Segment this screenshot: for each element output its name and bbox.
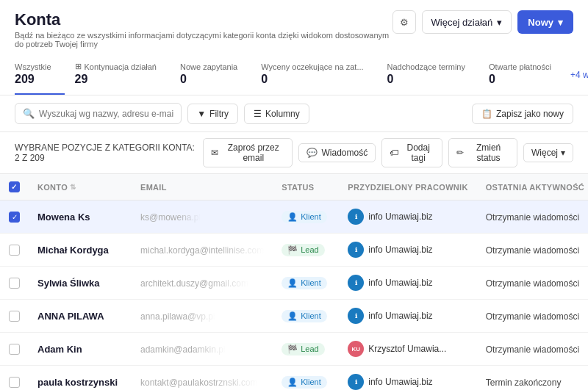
cell-email: ks@mowena.pl bbox=[132, 201, 273, 234]
status-icon: 👤 bbox=[287, 278, 298, 288]
cell-activity: Otrzymanie wiadomości bbox=[477, 201, 588, 234]
cell-assigned: ℹ info Umawiaj.biz bbox=[339, 234, 476, 267]
th-check: ✓ bbox=[0, 174, 29, 201]
cell-assigned: ℹ info Umawiaj.biz bbox=[339, 201, 476, 234]
sort-icon-account: ⇅ bbox=[70, 183, 76, 191]
cell-assigned: KU Krzysztof Umawia... bbox=[339, 333, 476, 366]
cell-name: Sylwia Śliwka bbox=[29, 267, 132, 300]
account-name[interactable]: Mowena Ks bbox=[37, 212, 90, 223]
avatar: ℹ bbox=[348, 374, 364, 390]
stat-payments[interactable]: Otwarte płatności 0 bbox=[489, 55, 564, 95]
page-subtitle: Bądź na bieżąco ze wszystkimi informacja… bbox=[15, 31, 392, 48]
select-all-checkbox[interactable]: ✓ bbox=[9, 181, 20, 192]
stat-upcoming[interactable]: Nadchodzące terminy 0 bbox=[387, 55, 478, 95]
filter-label: Filtry bbox=[209, 109, 229, 119]
avatar: KU bbox=[348, 341, 364, 357]
row-checkbox[interactable] bbox=[9, 311, 20, 322]
add-tags-button[interactable]: 🏷 Dodaj tagi bbox=[381, 138, 442, 167]
cell-assigned: ℹ info Umawiaj.biz bbox=[339, 267, 476, 300]
status-label: Lead bbox=[301, 344, 318, 353]
stat-payments-value: 0 bbox=[489, 73, 551, 86]
chevron-down-icon-sm: ▾ bbox=[561, 148, 565, 158]
tag-icon: 🏷 bbox=[390, 148, 398, 158]
table-row: ANNA PILAWA anna.pilawa@vp.pl 👤 Klient ℹ… bbox=[0, 300, 588, 333]
stat-new-queries-value: 0 bbox=[180, 73, 237, 86]
activity-value: Otrzymanie wiadomości bbox=[486, 212, 579, 223]
cell-activity: Otrzymanie wiadomości bbox=[477, 333, 588, 366]
assigned-cell: ℹ info Umawiaj.biz bbox=[348, 374, 467, 390]
cell-check bbox=[0, 234, 29, 267]
table-header-row: ✓ KONTO ⇅ EMAIL STATUS PRZYDZIELONY PRAC… bbox=[0, 174, 588, 201]
email-icon: ✉ bbox=[211, 148, 218, 158]
stat-quotes-value: 0 bbox=[261, 73, 363, 86]
account-name[interactable]: Adam Kin bbox=[37, 344, 82, 355]
th-account[interactable]: KONTO ⇅ bbox=[29, 174, 132, 201]
assigned-name: Krzysztof Umawia... bbox=[368, 344, 446, 354]
stat-new-queries[interactable]: Nowe zapytania 0 bbox=[180, 55, 251, 95]
new-label: Nowy bbox=[528, 17, 553, 28]
cell-name: Mowena Ks bbox=[29, 201, 132, 234]
gear-button[interactable]: ⚙ bbox=[392, 10, 416, 34]
more-views-button[interactable]: +4 widoki/ów ▾ bbox=[570, 62, 588, 87]
more-actions-sm-button[interactable]: Więcej ▾ bbox=[523, 143, 573, 162]
status-badge: 🏁 Lead bbox=[282, 244, 324, 256]
stat-all[interactable]: Wszystkie 209 bbox=[15, 55, 65, 95]
search-input[interactable] bbox=[39, 109, 173, 119]
cell-status: 🏁 Lead bbox=[273, 234, 339, 267]
cell-status: 👤 Klient bbox=[273, 201, 339, 234]
table-row: Sylwia Śliwka architekt.duszy@gmail.com … bbox=[0, 267, 588, 300]
change-status-label: Zmień status bbox=[467, 142, 509, 163]
table-row: Michał Kordyga michal.kordyga@intellinis… bbox=[0, 234, 588, 267]
stat-payments-label: Otwarte płatności bbox=[489, 62, 551, 71]
row-checkbox[interactable] bbox=[9, 245, 20, 256]
status-badge: 👤 Klient bbox=[282, 211, 327, 223]
email-value: ks@mowena.pl bbox=[140, 212, 201, 223]
cell-status: 🏁 Lead bbox=[273, 333, 339, 366]
assigned-cell: ℹ info Umawiaj.biz bbox=[348, 275, 467, 291]
cell-activity: Otrzymanie wiadomości bbox=[477, 300, 588, 333]
cell-name: paula kostrzynski bbox=[29, 366, 132, 391]
status-label: Klient bbox=[301, 311, 321, 320]
status-badge: 🏁 Lead bbox=[282, 343, 324, 355]
cell-status: 👤 Klient bbox=[273, 300, 339, 333]
activity-value: Otrzymanie wiadomości bbox=[486, 278, 579, 289]
save-new-button[interactable]: 📋 Zapisz jako nowy bbox=[472, 104, 573, 124]
cell-activity: Termin zakończony bbox=[477, 366, 588, 391]
account-name[interactable]: Michał Kordyga bbox=[37, 245, 109, 256]
more-actions-button[interactable]: Więcej działań ▾ bbox=[422, 10, 512, 34]
row-checkbox[interactable] bbox=[9, 344, 20, 355]
th-assigned: PRZYDZIELONY PRACOWNIK bbox=[339, 174, 476, 201]
account-name[interactable]: paula kostrzynski bbox=[37, 377, 118, 388]
stats-bar: Wszystkie 209 ⊞ Kontynuacja działań 29 N… bbox=[0, 54, 588, 95]
stat-followup[interactable]: ⊞ Kontynuacja działań 29 bbox=[75, 54, 170, 95]
invite-label: Zaproś przez email bbox=[222, 142, 284, 163]
chevron-down-icon: ▾ bbox=[497, 17, 502, 28]
row-checkbox[interactable] bbox=[9, 377, 20, 388]
table-row: Adam Kin adamkin@adamkin.pl 🏁 Lead KU Kr… bbox=[0, 333, 588, 366]
change-status-button[interactable]: ✏ Zmień status bbox=[448, 138, 517, 167]
stat-quotes[interactable]: Wyceny oczekujące na zat... 0 bbox=[261, 55, 376, 95]
filter-button[interactable]: ▼ Filtry bbox=[187, 104, 238, 124]
row-checkbox[interactable]: ✓ bbox=[9, 212, 20, 223]
message-button[interactable]: 💬 Wiadomość bbox=[298, 143, 376, 162]
columns-label: Kolumny bbox=[265, 109, 300, 119]
assigned-cell: ℹ info Umawiaj.biz bbox=[348, 209, 467, 225]
cell-activity: Otrzymanie wiadomości bbox=[477, 234, 588, 267]
columns-button[interactable]: ☰ Kolumny bbox=[244, 104, 309, 124]
table-row: paula kostrzynski kontakt@paulakostrznsk… bbox=[0, 366, 588, 391]
filter-icon: ▼ bbox=[197, 109, 206, 119]
invite-email-button[interactable]: ✉ Zaproś przez email bbox=[203, 138, 293, 167]
cell-name: Michał Kordyga bbox=[29, 234, 132, 267]
stat-upcoming-label: Nadchodzące terminy bbox=[387, 62, 465, 71]
email-value: kontakt@paulakostrznski.com bbox=[140, 378, 258, 388]
account-name[interactable]: Sylwia Śliwka bbox=[37, 278, 100, 289]
assigned-name: info Umawiaj.biz bbox=[368, 212, 432, 222]
toolbar: 🔍 ▼ Filtry ☰ Kolumny 📋 Zapisz jako nowy bbox=[0, 95, 588, 132]
avatar: ℹ bbox=[348, 275, 364, 291]
row-checkbox[interactable] bbox=[9, 278, 20, 289]
assigned-name: info Umawiaj.biz bbox=[368, 278, 432, 288]
new-button[interactable]: Nowy ▾ bbox=[517, 10, 573, 34]
account-name[interactable]: ANNA PILAWA bbox=[37, 311, 104, 322]
search-box[interactable]: 🔍 bbox=[15, 103, 182, 124]
stat-new-queries-label: Nowe zapytania bbox=[180, 62, 237, 71]
